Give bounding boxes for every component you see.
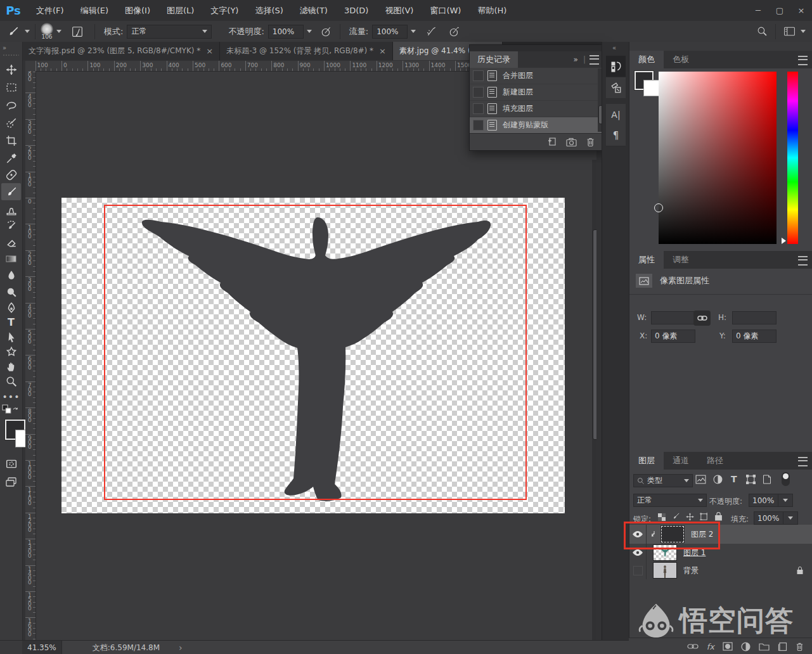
clone-stamp-tool[interactable] [1, 201, 21, 218]
history-expand-icon[interactable]: » [574, 55, 578, 64]
maximize-button[interactable]: ▢ [769, 4, 790, 18]
menu-filter[interactable]: 滤镜(T) [292, 0, 336, 21]
menu-edit[interactable]: 编辑(E) [72, 0, 117, 21]
filter-type-layers-icon[interactable]: T [731, 474, 737, 484]
lock-pixels-brush-icon[interactable] [671, 512, 681, 522]
quick-mask-mode-icon[interactable] [1, 455, 21, 472]
search-icon[interactable] [754, 23, 770, 40]
layer-filter-select[interactable]: 类型 [633, 474, 693, 487]
opacity-input[interactable]: 100% [268, 25, 304, 39]
y-input[interactable]: 0 像素 [732, 330, 777, 343]
document-tab-2[interactable]: 未标题-3 @ 152% (背景 拷贝, RGB/8#) *× [220, 42, 393, 60]
color-panel-menu-icon[interactable] [798, 56, 808, 65]
paragraph-panel-icon[interactable]: ¶ [606, 125, 626, 146]
tool-preset-chevron-icon[interactable] [25, 30, 30, 33]
background-color-swatch[interactable] [643, 80, 660, 96]
opacity-chevron-icon[interactable] [307, 30, 312, 33]
new-document-from-state-icon[interactable] [547, 137, 557, 147]
menu-3d[interactable]: 3D(D) [336, 0, 377, 21]
document-tab-1[interactable]: 文字海报.psd @ 23% (图层 5, RGB/8#/CMYK) *× [22, 42, 220, 60]
layers-panel-menu-icon[interactable] [798, 457, 808, 466]
tab-channels[interactable]: 通道 [664, 452, 698, 470]
history-step-merge-layers[interactable]: 合并图层 [470, 68, 604, 84]
character-panel-icon[interactable]: A| [606, 104, 626, 125]
blur-tool[interactable] [1, 266, 21, 283]
menu-image[interactable]: 图像(I) [117, 0, 158, 21]
lock-artboard-icon[interactable] [699, 512, 709, 522]
minimize-button[interactable]: ─ [747, 4, 769, 18]
tab-layers[interactable]: 图层 [629, 452, 664, 470]
history-source-checkbox[interactable] [473, 87, 484, 98]
airbrush-icon[interactable] [423, 23, 440, 40]
foreground-background-swatches[interactable] [0, 417, 22, 450]
toolbar-collapse-icon[interactable]: » [3, 44, 6, 51]
saturation-brightness-field[interactable] [659, 72, 777, 244]
clone-source-panel-icon[interactable] [606, 77, 626, 99]
canvas-viewport[interactable] [35, 71, 596, 640]
new-adjustment-layer-icon[interactable] [741, 642, 751, 651]
canvas-vertical-scrollbar[interactable] [592, 160, 596, 640]
history-step-create-clipping-mask[interactable]: 创建剪贴蒙版 [470, 117, 604, 134]
new-snapshot-camera-icon[interactable] [566, 138, 577, 147]
lock-all-icon[interactable] [714, 511, 723, 521]
screen-mode-icon[interactable] [1, 473, 21, 490]
history-panel-tab[interactable]: 历史记录 [470, 51, 518, 68]
layer-effects-fx-icon[interactable]: fx [707, 642, 714, 651]
custom-shape-tool[interactable] [1, 343, 21, 360]
smoothing-icon[interactable] [446, 23, 463, 40]
vertical-ruler[interactable]: 5004003002001000100200300400500600700800… [25, 71, 36, 640]
crop-tool[interactable] [1, 132, 21, 149]
delete-state-trash-icon[interactable] [586, 137, 595, 147]
history-panel-icon[interactable] [606, 56, 626, 77]
eraser-tool[interactable] [1, 234, 21, 251]
flow-input[interactable]: 100% [372, 25, 408, 39]
layer-thumbnail[interactable] [653, 562, 677, 579]
tab-swatches[interactable]: 色板 [664, 51, 698, 68]
close-button[interactable]: × [790, 4, 812, 18]
edit-toolbar-ellipsis-icon[interactable]: ••• [1, 388, 21, 405]
tab-adjustments[interactable]: 调整 [664, 251, 698, 269]
history-step-fill-layer[interactable]: 填充图层 [470, 101, 604, 117]
history-source-checkbox[interactable] [473, 103, 484, 114]
link-layers-icon[interactable] [687, 643, 699, 650]
history-source-checkbox[interactable] [473, 120, 484, 131]
default-swap-colors-icon[interactable] [2, 404, 18, 418]
filter-shape-layers-icon[interactable] [746, 475, 756, 484]
filter-toggle-switch[interactable] [782, 472, 790, 486]
brush-tool-icon[interactable] [5, 23, 22, 40]
rectangular-marquee-tool[interactable] [1, 79, 21, 96]
workspace-switcher-icon[interactable] [781, 23, 797, 40]
brush-preset-picker[interactable]: 106 [41, 23, 53, 40]
lasso-tool[interactable] [1, 96, 21, 113]
link-dimensions-icon[interactable] [693, 311, 711, 326]
opacity-chevron-icon[interactable] [778, 494, 793, 507]
layer-row-background[interactable]: 背景 [629, 561, 812, 579]
blend-mode-select[interactable]: 正常 [633, 494, 707, 507]
menu-select[interactable]: 选择(S) [247, 0, 291, 21]
history-brush-tool[interactable] [1, 217, 21, 234]
menu-type[interactable]: 文字(Y) [202, 0, 247, 21]
dock-collapse-icon[interactable]: « [612, 44, 616, 51]
color-field-indicator[interactable] [654, 203, 663, 212]
tab-color[interactable]: 颜色 [629, 51, 664, 68]
width-input[interactable] [651, 311, 695, 324]
history-step-new-layer[interactable]: 新建图层 [470, 84, 604, 101]
hue-slider[interactable] [787, 72, 798, 244]
new-group-folder-icon[interactable] [759, 642, 770, 651]
layer-name[interactable]: 背景 [683, 565, 699, 576]
history-panel-drag-bar[interactable] [470, 45, 604, 51]
gradient-tool[interactable] [1, 250, 21, 267]
filter-adjustment-layers-icon[interactable] [713, 475, 723, 484]
menu-file[interactable]: 文件(F) [28, 0, 72, 21]
new-layer-icon[interactable] [778, 642, 787, 651]
flow-chevron-icon[interactable] [411, 30, 416, 33]
move-tool[interactable] [1, 61, 21, 78]
toggle-brush-panel-icon[interactable] [69, 23, 86, 40]
height-input[interactable] [732, 311, 777, 324]
hue-slider-arrow-icon[interactable] [782, 238, 786, 244]
visibility-eye-slot-empty[interactable] [629, 561, 647, 579]
filter-smart-objects-icon[interactable] [763, 475, 771, 484]
toolbar-grip[interactable] [3, 54, 19, 56]
lock-transparency-icon[interactable] [657, 513, 666, 522]
zoom-level-field[interactable]: 41.35% [22, 641, 62, 654]
